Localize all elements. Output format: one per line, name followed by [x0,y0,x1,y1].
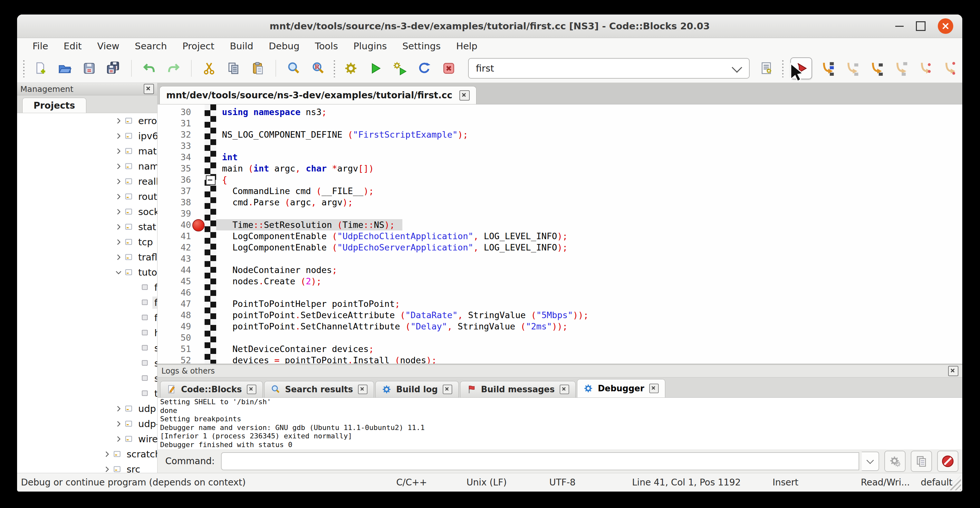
tree-item-mat[interactable]: mat [17,143,157,159]
fold-collapse-icon[interactable] [206,175,216,185]
replace-button[interactable]: R [309,59,327,78]
copy-contents-button[interactable] [911,451,932,472]
tree-item-stat[interactable]: stat [17,219,157,234]
undo-button[interactable] [140,59,158,78]
tab-projects[interactable]: Projects [22,98,86,113]
toolbar-grip[interactable] [333,59,336,77]
step-into-button[interactable] [867,59,886,78]
tree-item-scratch[interactable]: scratch [17,446,157,462]
step-into-instruction-button[interactable] [941,59,959,78]
menu-item-search[interactable]: Search [127,38,175,54]
chevron-right-icon[interactable] [113,206,124,217]
command-input[interactable] [221,452,859,470]
redo-button[interactable] [165,59,183,78]
run-button[interactable] [366,59,384,78]
new-file-button[interactable] [31,59,49,78]
chevron-right-icon[interactable] [113,252,124,263]
incremental-search-button[interactable] [757,59,775,78]
tree-item-fir[interactable]: fir [17,295,157,310]
chevron-right-icon[interactable] [113,146,124,157]
chevron-right-icon[interactable] [113,191,124,202]
tree-item-tcp[interactable]: tcp [17,234,157,250]
abort-build-button[interactable] [440,59,458,78]
editor-tab-close-icon[interactable] [460,90,470,100]
search-combobox[interactable]: first [468,58,750,79]
tree-item-src[interactable]: src [17,462,157,473]
run-to-cursor-button[interactable] [819,59,837,78]
tab-build-messages[interactable]: Build messages [460,381,576,397]
chevron-right-icon[interactable] [113,433,124,444]
rebuild-button[interactable] [415,59,433,78]
tab-close-icon[interactable] [649,384,659,393]
tree-item-fif[interactable]: fif [17,280,157,295]
paste-button[interactable] [249,59,267,78]
chevron-right-icon[interactable] [113,161,124,172]
build-button[interactable] [342,59,360,78]
menu-item-help[interactable]: Help [449,38,485,54]
project-tree[interactable]: erroipv6matnamreallroutsockstattcptraflt… [17,113,157,473]
tree-item-fo[interactable]: fo [17,310,157,325]
management-close-icon[interactable] [144,84,154,94]
chevron-right-icon[interactable] [113,419,124,429]
tree-item-trafl[interactable]: trafl [17,250,157,264]
tree-item-erro[interactable]: erro [17,113,157,128]
copy-button[interactable] [224,59,243,78]
close-icon[interactable] [938,18,953,34]
tree-item-udp-[interactable]: udp- [17,416,157,431]
toolbar-grip[interactable] [781,59,784,77]
chevron-right-icon[interactable] [113,131,124,142]
menu-item-settings[interactable]: Settings [395,38,449,54]
menu-item-plugins[interactable]: Plugins [346,38,395,54]
chevron-right-icon[interactable] [102,449,113,460]
find-button[interactable] [285,59,302,78]
tab-close-icon[interactable] [560,385,569,394]
tree-item-tuto[interactable]: tuto [17,264,157,280]
tree-item-rout[interactable]: rout [17,189,157,204]
tree-item-nam[interactable]: nam [17,159,157,174]
menu-item-debug[interactable]: Debug [261,38,307,54]
title-bar[interactable]: mnt/dev/tools/source/ns-3-dev/examples/t… [17,14,962,38]
chevron-down-icon[interactable] [113,267,124,278]
menu-item-project[interactable]: Project [175,38,222,54]
menu-item-build[interactable]: Build [222,38,261,54]
tab-close-icon[interactable] [247,385,256,394]
tab-close-icon[interactable] [443,385,452,394]
tree-item-reall[interactable]: reall [17,174,157,189]
clear-contents-button[interactable] [937,451,958,472]
step-out-button[interactable] [892,59,910,78]
breakpoint-icon[interactable] [192,219,205,231]
tree-item-sock[interactable]: sock [17,204,157,219]
next-instruction-button[interactable] [916,59,935,78]
debug-windows-button[interactable] [884,451,905,472]
tree-item-th[interactable]: th [17,386,157,401]
tree-item-se[interactable]: se [17,341,157,355]
tree-item-wire[interactable]: wire [17,431,157,446]
chevron-right-icon[interactable] [113,237,124,248]
command-history-dropdown[interactable] [862,452,879,471]
tree-item-he[interactable]: he [17,325,157,341]
chevron-right-icon[interactable] [113,115,124,126]
save-file-button[interactable] [80,59,98,78]
tab-debugger[interactable]: Debugger [577,379,665,397]
minimize-icon[interactable] [895,26,904,27]
menu-item-tools[interactable]: Tools [307,38,346,54]
logs-close-icon[interactable] [948,366,958,376]
tab-search-results[interactable]: Search results [264,381,374,397]
chevron-right-icon[interactable] [113,176,124,187]
tab-close-icon[interactable] [358,385,367,394]
chevron-right-icon[interactable] [113,221,124,233]
tree-item-six[interactable]: six [17,371,157,386]
chevron-right-icon[interactable] [102,464,113,473]
tab-build-log[interactable]: Build log [375,381,459,397]
next-line-button[interactable] [843,59,861,78]
build-and-run-button[interactable] [391,59,409,78]
open-file-button[interactable] [56,59,74,78]
menu-item-view[interactable]: View [89,38,127,54]
cut-button[interactable] [200,59,218,78]
tree-item-se[interactable]: se [17,355,157,371]
menu-item-edit[interactable]: Edit [56,38,89,54]
chevron-down-icon[interactable] [732,62,742,73]
code-editor[interactable]: 30using namespace ns3;3132NS_LOG_COMPONE… [158,104,962,364]
maximize-icon[interactable] [916,21,926,31]
chevron-right-icon[interactable] [113,403,124,414]
